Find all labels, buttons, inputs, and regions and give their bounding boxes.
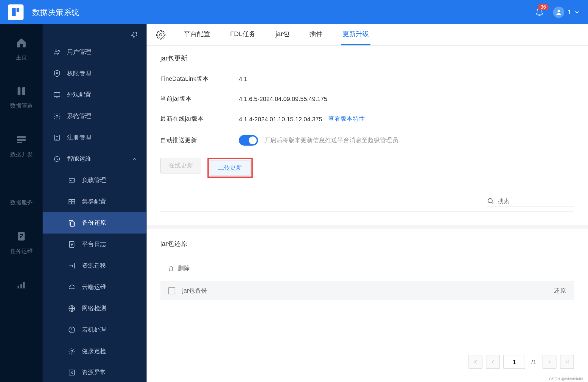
rail-more[interactable] — [16, 279, 27, 296]
search-input[interactable] — [498, 198, 574, 204]
toggle-auto-push[interactable] — [239, 135, 258, 146]
service-icon — [16, 182, 27, 194]
section-jar-update: jar包更新 — [160, 55, 574, 63]
rail-ops[interactable]: 任务运维 — [10, 231, 33, 255]
username: 1 — [568, 8, 571, 16]
sidebar-item-log[interactable]: 平台日志 — [43, 234, 146, 255]
section-jar-restore: jar包还原 — [160, 240, 574, 248]
app-header: 数据决策系统 36 1 — [0, 0, 588, 24]
online-update-button[interactable]: 在线更新 — [160, 158, 201, 174]
svg-rect-22 — [69, 220, 73, 225]
svg-rect-9 — [23, 282, 25, 288]
sidebar-item-network[interactable]: 网络检测 — [43, 298, 146, 319]
trash-icon — [167, 265, 174, 272]
svg-rect-4 — [17, 139, 26, 141]
svg-rect-23 — [71, 222, 74, 226]
chevron-up-icon — [132, 156, 138, 162]
health-icon — [68, 347, 76, 355]
settings-icon[interactable] — [156, 30, 166, 39]
link-version-features[interactable]: 查看版本特性 — [328, 115, 365, 123]
sidebar-item-load[interactable]: 负载管理 — [43, 170, 146, 191]
log-icon — [68, 240, 76, 248]
sidebar-item-cloud[interactable]: 云端运维 — [43, 277, 146, 298]
register-icon — [53, 133, 61, 141]
sidebar-item-backup[interactable]: 备份还原 — [43, 212, 146, 234]
user-icon — [555, 9, 562, 15]
sidebar-item-system[interactable]: 系统管理 — [43, 105, 146, 127]
sidebar-item-appearance[interactable]: 外观配置 — [43, 84, 146, 105]
tab-jar[interactable]: jar包 — [274, 24, 291, 45]
svg-point-10 — [55, 50, 57, 52]
upload-update-button[interactable]: 上传更新 — [210, 160, 251, 176]
sidebar-item-register[interactable]: 注册管理 — [43, 127, 146, 148]
select-all-checkbox[interactable] — [168, 287, 175, 294]
smart-ops-icon — [53, 155, 61, 163]
load-icon — [68, 176, 76, 184]
clipboard-icon — [16, 231, 27, 242]
svg-rect-2 — [22, 87, 25, 95]
hint-auto-push: 开启后将版本更新信息推送平台消息至超级管理员 — [264, 136, 399, 144]
sidebar-item-permission[interactable]: 权限管理 — [43, 63, 146, 84]
svg-rect-8 — [21, 284, 22, 288]
page-last-button[interactable] — [560, 355, 574, 369]
rail-pipeline[interactable]: 数据管道 — [10, 86, 33, 110]
tab-fdl[interactable]: FDL任务 — [228, 24, 257, 45]
svg-rect-18 — [69, 199, 72, 201]
rail-develop[interactable]: 数据开发 — [10, 134, 33, 158]
delete-button[interactable]: 删除 — [160, 260, 574, 277]
pin-icon[interactable] — [131, 31, 139, 39]
page-first-button[interactable] — [469, 355, 483, 369]
logo — [8, 4, 24, 20]
page-total: /1 — [531, 358, 536, 365]
sidebar-item-user-mgmt[interactable]: 用户管理 — [43, 41, 146, 63]
resource-icon — [68, 369, 76, 376]
tab-update[interactable]: 更新升级 — [341, 24, 370, 45]
svg-point-14 — [56, 115, 58, 117]
label-fdl-version: FineDataLink版本 — [160, 75, 239, 83]
tab-platform[interactable]: 平台配置 — [182, 24, 212, 45]
gear-icon — [53, 112, 61, 120]
search-icon — [487, 197, 494, 205]
svg-rect-20 — [69, 202, 72, 204]
sidebar-item-migrate[interactable]: 资源迁移 — [43, 255, 146, 277]
page-input[interactable] — [503, 355, 525, 369]
rail-service[interactable]: 数据服务 — [10, 182, 33, 207]
sidebar-item-smart-ops[interactable]: 智能运维 — [43, 148, 146, 170]
sidebar-item-cluster[interactable]: 集群配置 — [43, 191, 146, 212]
resize-handle[interactable]: ⋮ — [147, 24, 152, 382]
sidebar-item-resource-error[interactable]: 资源异常 — [43, 362, 146, 382]
search-box[interactable] — [487, 195, 574, 207]
col-restore: 还原 — [540, 287, 566, 295]
svg-point-30 — [488, 198, 492, 203]
value-current-jar: 4.1.6.5-2024.04.09.09.55.49.175 — [239, 95, 327, 102]
main-content: 平台配置 FDL任务 jar包 插件 更新升级 jar包更新 FineDataL… — [147, 24, 588, 382]
value-fdl-version: 4.1 — [239, 75, 247, 82]
page-next-button[interactable] — [542, 355, 556, 369]
rail-home[interactable]: 主页 — [16, 37, 27, 61]
notification-badge: 36 — [538, 4, 548, 10]
sidebar-item-crash[interactable]: 宕机处理 — [43, 319, 146, 341]
app-title: 数据决策系统 — [32, 7, 79, 17]
shield-icon — [53, 69, 61, 77]
bar-icon — [16, 279, 27, 290]
user-avatar[interactable] — [553, 6, 564, 18]
page-prev-button[interactable] — [486, 355, 500, 369]
svg-point-29 — [160, 33, 162, 36]
migrate-icon — [68, 262, 76, 270]
highlight-annotation: 上传更新 — [207, 158, 253, 178]
sidebar-item-health[interactable]: 健康巡检 — [43, 341, 146, 362]
table-header: jar包备份 还原 — [160, 281, 574, 300]
svg-point-0 — [557, 10, 560, 12]
label-current-jar: 当前jar版本 — [160, 95, 239, 103]
develop-icon — [16, 134, 27, 145]
network-icon — [68, 305, 76, 312]
tab-plugin[interactable]: 插件 — [308, 24, 324, 45]
svg-point-27 — [71, 350, 73, 352]
chevron-down-icon[interactable] — [574, 9, 580, 15]
pagination: /1 — [455, 346, 588, 378]
tab-bar: 平台配置 FDL任务 jar包 插件 更新升级 — [147, 24, 588, 46]
cloud-icon — [68, 283, 76, 291]
value-latest-jar: 4.1.4-2024.01.10.15.12.04.375 — [239, 116, 322, 122]
drag-dots-icon: ⋮ — [146, 202, 152, 204]
notifications-button[interactable]: 36 — [535, 6, 544, 18]
